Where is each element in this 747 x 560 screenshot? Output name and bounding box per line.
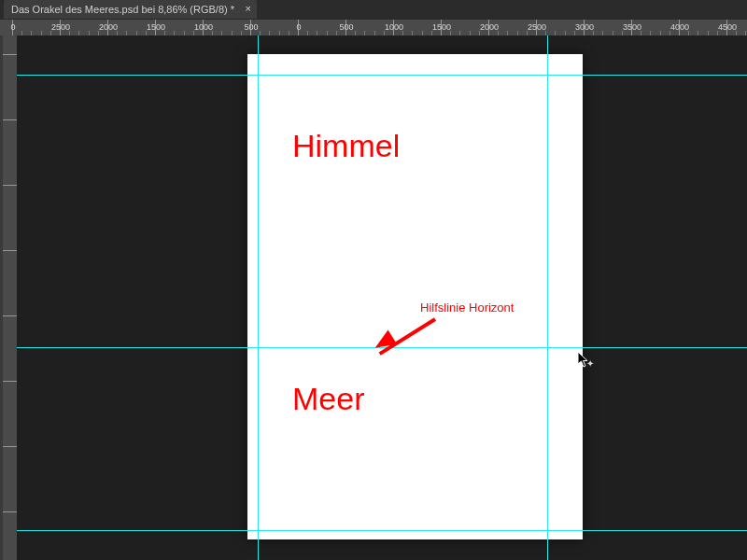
ruler-tick: 1500 xyxy=(155,20,156,36)
ruler-tick: 0 xyxy=(298,20,299,36)
document-tab[interactable]: Das Orakel des Meeres.psd bei 8,86% (RGB… xyxy=(4,0,257,19)
document-canvas[interactable] xyxy=(247,54,583,539)
ruler-tick: 4000 xyxy=(679,20,680,36)
tool-panel-edge xyxy=(0,35,3,560)
ruler-tick: 2000 xyxy=(488,20,489,36)
ruler-tick: 2000 xyxy=(107,20,108,36)
guide-horizontal[interactable] xyxy=(17,75,747,76)
move-cursor-plus-icon: ✦ xyxy=(586,358,594,369)
close-icon[interactable]: × xyxy=(246,0,251,17)
ruler-tick: 4500 xyxy=(726,20,727,36)
annotation-bottom-label: Meer xyxy=(292,381,364,417)
ruler-tick: 1000 xyxy=(393,20,394,36)
ruler-tick: 1000 xyxy=(203,20,204,36)
document-tab-bar: Das Orakel des Meeres.psd bei 8,86% (RGB… xyxy=(0,0,747,19)
guide-vertical[interactable] xyxy=(547,35,548,560)
ruler-tick: 3000 xyxy=(584,20,585,36)
annotation-arrow-label: Hilfslinie Horizont xyxy=(420,301,514,315)
ruler-tick: 2500 xyxy=(536,20,537,36)
ruler-horizontal[interactable]: 0250020001500100050005001000150020002500… xyxy=(0,19,747,37)
annotation-top-label: Himmel xyxy=(292,128,400,164)
guide-vertical[interactable] xyxy=(258,35,259,560)
ruler-tick: 2500 xyxy=(60,20,61,36)
ruler-tick: 500 xyxy=(250,20,251,36)
ruler-tick: 1500 xyxy=(441,20,442,36)
document-tab-title: Das Orakel des Meeres.psd bei 8,86% (RGB… xyxy=(11,4,234,15)
canvas-viewport[interactable]: Himmel Meer Hilfslinie Horizont ✦ xyxy=(17,35,747,560)
ruler-tick: 500 xyxy=(345,20,346,36)
ruler-tick: 3500 xyxy=(631,20,632,36)
guide-horizontal[interactable] xyxy=(17,530,747,531)
ruler-tick: 0 xyxy=(12,20,13,36)
